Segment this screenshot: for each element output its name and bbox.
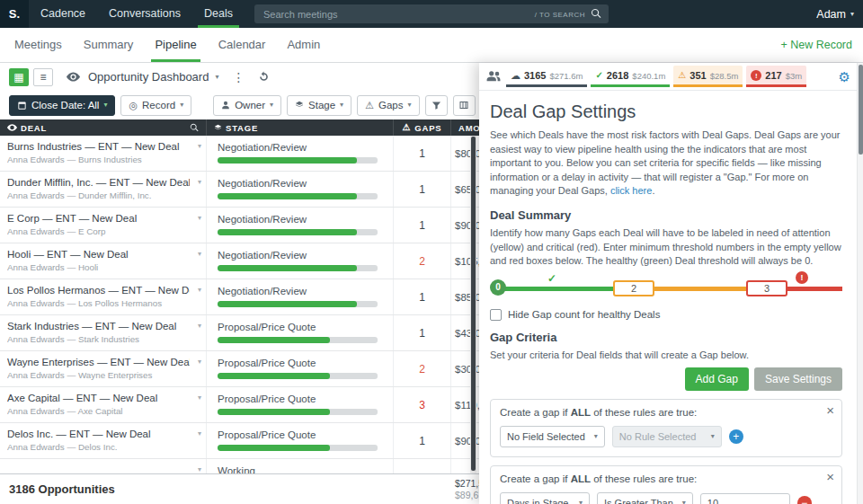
- gaps-column-header[interactable]: Gaps: [394, 119, 451, 136]
- healthy-threshold-badge: 0: [490, 279, 506, 296]
- gear-icon[interactable]: [839, 70, 850, 84]
- nav-item[interactable]: Conversations: [97, 0, 192, 28]
- alert-icon: [796, 271, 808, 284]
- chevron-down-icon[interactable]: [198, 394, 201, 402]
- field-select[interactable]: No Field Selected: [500, 426, 605, 447]
- nav-item[interactable]: Deals: [192, 0, 245, 28]
- chevron-down-icon[interactable]: [198, 215, 201, 222]
- stat-critical-deals[interactable]: 217 $3m: [746, 66, 806, 87]
- tab[interactable]: Calendar: [208, 28, 277, 62]
- close-icon[interactable]: [826, 470, 834, 483]
- deal-name: Delos Inc. — ENT — New Deal: [7, 429, 190, 439]
- close-icon[interactable]: [826, 403, 834, 417]
- chevron-down-icon[interactable]: [198, 143, 201, 150]
- gaps-count: 1: [419, 435, 425, 447]
- chevron-down-icon[interactable]: [198, 323, 201, 330]
- rule-select[interactable]: Is Greater Than: [597, 492, 693, 504]
- chevron-down-icon[interactable]: [215, 74, 218, 81]
- deal-cell: Wayne Enterprises — ENT — New Deal Anna …: [0, 351, 207, 386]
- grid-icon: [13, 71, 23, 84]
- stat-total-pipeline[interactable]: 3165 $271.6m: [506, 66, 587, 87]
- table-scrollbar-thumb[interactable]: [471, 137, 476, 471]
- primary-nav: Cadence Conversations Deals: [29, 0, 245, 28]
- panel-scrollbar[interactable]: [857, 63, 863, 504]
- stage-cell: Negotiation/Review: [207, 172, 394, 207]
- panel-scrollbar-thumb[interactable]: [859, 65, 863, 155]
- hide-gap-checkbox-row[interactable]: Hide Gap count for healthy Deals: [490, 309, 842, 321]
- tab[interactable]: Admin: [276, 28, 331, 62]
- tab[interactable]: Pipeline: [144, 28, 207, 62]
- deal-name: Axe Capital — ENT — New Deal: [7, 393, 190, 403]
- error-icon: [751, 70, 761, 81]
- remove-rule-icon[interactable]: [797, 496, 812, 504]
- gap-criteria-text: Set your criteria for Deal fields that w…: [490, 349, 842, 363]
- chevron-down-icon: [270, 102, 273, 109]
- save-settings-button[interactable]: Save Settings: [754, 367, 842, 391]
- healthy-track: [498, 287, 613, 291]
- nav-item[interactable]: Cadence: [29, 0, 97, 28]
- new-record-link[interactable]: + New Record: [780, 28, 852, 63]
- kebab-menu-icon[interactable]: [232, 70, 245, 84]
- deal-owner: Anna Edwards — Delos Inc.: [7, 442, 190, 452]
- add-gap-button[interactable]: Add Gap: [685, 367, 749, 391]
- deal-name: Burns Industries — ENT — New Deal: [7, 141, 190, 152]
- click-here-link[interactable]: click here: [610, 185, 652, 196]
- chevron-down-icon[interactable]: [198, 179, 201, 186]
- rule-card-header: Create a gap if ALL of these rules are t…: [500, 407, 832, 418]
- chevron-down-icon[interactable]: [198, 466, 201, 473]
- list-icon: [40, 71, 46, 84]
- chevron-down-icon[interactable]: [198, 251, 201, 258]
- rule-value-input[interactable]: [700, 493, 790, 504]
- stage-progress-bar: [218, 445, 378, 451]
- record-filter-button[interactable]: Record: [120, 95, 191, 116]
- deal-cell: Delos Inc. — ENT — New Deal Anna Edwards…: [0, 423, 207, 458]
- stage-cell: Proposal/Price Quote: [207, 351, 394, 386]
- gap-rule-card: Create a gap if ALL of these rules are t…: [490, 465, 842, 504]
- app-logo[interactable]: S.: [0, 0, 29, 28]
- search-shortcut-hint: / TO SEARCH: [535, 11, 585, 19]
- gap-threshold-slider: 0 2 3: [490, 276, 842, 301]
- gaps-count: 1: [419, 291, 425, 304]
- gaps-cell: 1: [394, 315, 451, 350]
- chevron-down-icon[interactable]: [198, 358, 201, 366]
- field-select[interactable]: Days in Stage: [500, 492, 590, 504]
- grid-view-button[interactable]: [9, 68, 29, 86]
- checkbox[interactable]: [490, 309, 502, 321]
- deal-column-header[interactable]: Deal: [0, 119, 207, 136]
- close-date-filter-button[interactable]: Close Date: All: [9, 95, 115, 116]
- gaps-cell: [394, 459, 451, 473]
- user-menu[interactable]: Adam: [816, 0, 854, 28]
- deal-summary-text: Identify how many Gaps each Deal will ha…: [490, 226, 842, 269]
- critical-threshold-input[interactable]: 3: [746, 280, 787, 296]
- deal-owner: Anna Edwards — Los Pollos Hermanos: [7, 298, 190, 308]
- record-icon: [129, 101, 138, 111]
- add-rule-icon[interactable]: [729, 429, 743, 444]
- owner-filter-button[interactable]: Owner: [213, 95, 281, 116]
- chevron-down-icon: [594, 433, 598, 440]
- stage-cell: Working: [207, 459, 394, 473]
- search-icon[interactable]: [190, 123, 199, 132]
- rule-select: No Rule Selected: [612, 426, 722, 447]
- stage-filter-button[interactable]: Stage: [287, 95, 351, 116]
- list-view-button[interactable]: [33, 68, 53, 86]
- columns-button[interactable]: [453, 95, 476, 116]
- tab[interactable]: Meetings: [4, 28, 73, 62]
- stage-name: Negotiation/Review: [218, 286, 393, 296]
- dashboard-selector[interactable]: Opportunity Dashboard: [88, 70, 209, 84]
- tab[interactable]: Summary: [73, 28, 145, 62]
- stat-healthy-deals[interactable]: 2618 $240.1m: [591, 66, 670, 87]
- tabs: Meetings Summary Pipeline Calendar Admin: [4, 28, 331, 62]
- refresh-icon[interactable]: [258, 71, 270, 83]
- stage-progress-bar: [218, 373, 378, 379]
- advanced-filter-button[interactable]: [425, 95, 448, 116]
- gaps-filter-button[interactable]: Gaps: [357, 95, 419, 116]
- deal-owner: Anna Edwards — Stark Industries: [7, 334, 190, 344]
- chevron-down-icon[interactable]: [198, 287, 201, 294]
- stage-progress-bar: [218, 301, 378, 307]
- warning-threshold-input[interactable]: 2: [613, 280, 654, 296]
- table-scrollbar[interactable]: [470, 136, 476, 473]
- chevron-down-icon[interactable]: [198, 430, 201, 438]
- stat-warning-deals[interactable]: 351 $28.5m: [673, 66, 743, 87]
- stage-progress-bar: [218, 265, 378, 271]
- stage-column-header[interactable]: Stage: [207, 119, 394, 136]
